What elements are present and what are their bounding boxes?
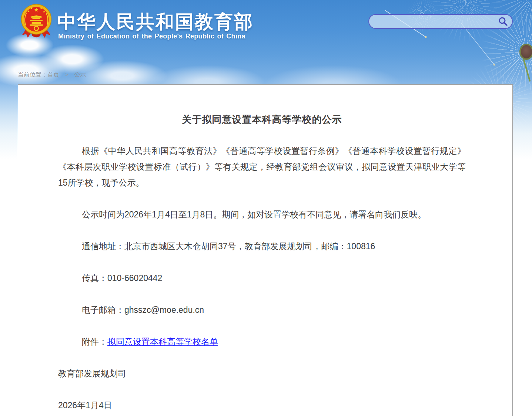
search-icon <box>498 17 508 26</box>
notice-title: 关于拟同意设置本科高等学校的公示 <box>58 85 466 125</box>
notice-signature: 教育部发展规划司 <box>58 366 466 382</box>
notice-paragraph-fax: 传真：010-66020442 <box>58 270 466 286</box>
notice-paragraph-period: 公示时间为2026年1月4日至1月8日。期间，如对设置学校有不同意见，请署名向我… <box>58 207 466 223</box>
national-emblem-logo <box>20 2 53 42</box>
search-box <box>368 14 513 29</box>
search-button[interactable] <box>498 17 508 26</box>
search-input[interactable] <box>369 15 498 28</box>
notice-attachment-row: 附件：拟同意设置本科高等学校名单 <box>58 334 466 350</box>
breadcrumb-current-link[interactable]: 公示 <box>74 71 86 78</box>
attachment-label: 附件： <box>82 337 107 346</box>
notice-date: 2026年1月4日 <box>58 398 466 413</box>
dandelion-head-decoration <box>519 44 532 60</box>
breadcrumb-home-link[interactable]: 首页 <box>47 71 59 78</box>
breadcrumb-separator-icon: > <box>65 72 68 78</box>
notice-paragraph-basis: 根据《中华人民共和国高等教育法》《普通高等学校设置暂行条例》《普通本科学校设置暂… <box>58 143 466 191</box>
breadcrumb-label: 当前位置： <box>18 71 47 78</box>
national-emblem-icon <box>20 2 53 42</box>
notice-paragraph-email: 电子邮箱：ghsszc@moe.edu.cn <box>58 302 466 318</box>
site-subtitle-en: Ministry of Education of the People's Re… <box>58 33 245 40</box>
attachment-link[interactable]: 拟同意设置本科高等学校名单 <box>107 337 218 346</box>
breadcrumb: 当前位置：首页>公示 <box>18 71 86 79</box>
site-title: 中华人民共和国教育部 <box>57 10 254 34</box>
notice-panel: 关于拟同意设置本科高等学校的公示 根据《中华人民共和国高等教育法》《普通高等学校… <box>18 84 513 416</box>
notice-paragraph-address: 通信地址：北京市西城区大木仓胡同37号，教育部发展规划司，邮编：100816 <box>58 239 466 254</box>
